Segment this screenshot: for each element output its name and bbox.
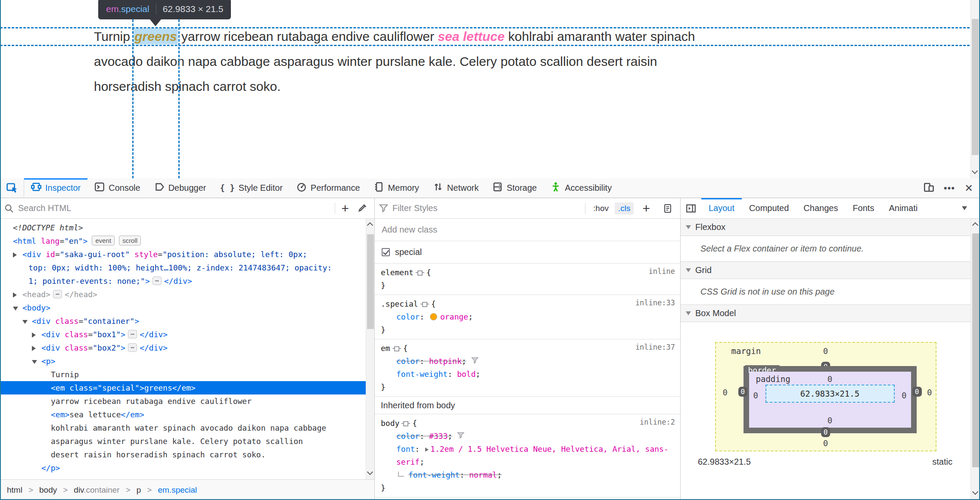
selector-highlighter-icon[interactable]: [403, 421, 408, 426]
markup-node[interactable]: 1; pointer-events: none;">⋯</div>: [0, 274, 374, 288]
property-name[interactable]: color: [396, 312, 420, 321]
property-value[interactable]: #333: [429, 432, 448, 441]
rule-selector[interactable]: element: [381, 268, 414, 277]
eyedropper-button[interactable]: [353, 203, 374, 213]
rule-source-link[interactable]: inline:37: [635, 343, 675, 351]
css-declaration[interactable]: font-weight: normal;: [381, 469, 674, 481]
margin-top-value[interactable]: 0: [716, 346, 936, 356]
markup-node[interactable]: <!DOCTYPE html>: [0, 221, 374, 234]
node-badge[interactable]: scroll: [119, 236, 141, 245]
markup-node[interactable]: asparagus winter purslane kale. Celery p…: [0, 435, 374, 448]
tab-memory[interactable]: Memory: [367, 178, 426, 198]
create-node-button[interactable]: +: [337, 202, 353, 215]
breadcrumb-item[interactable]: html: [7, 485, 22, 495]
border-right-value[interactable]: 0: [912, 387, 922, 397]
tab-storage[interactable]: Storage: [485, 178, 544, 198]
margin-left-value[interactable]: 0: [723, 388, 728, 397]
sidebar-tab-animati[interactable]: Animati: [881, 198, 925, 218]
markup-node[interactable]: <div class="box1">⋯</div>: [0, 328, 374, 341]
page-scrollbar-thumb[interactable]: [972, 19, 979, 155]
css-declaration[interactable]: font: 1.2em / 1.5 Helvetica Neue, Helvet…: [381, 443, 674, 469]
selector-highlighter-icon[interactable]: [422, 302, 427, 307]
padding-left-value[interactable]: 0: [753, 391, 758, 400]
sidebar-tab-fonts[interactable]: Fonts: [845, 198, 881, 218]
markup-node[interactable]: <p>: [0, 354, 374, 368]
print-simulation-button[interactable]: [659, 204, 677, 213]
inline-ellipsis-button[interactable]: ⋯: [128, 343, 137, 352]
add-rule-button[interactable]: +: [638, 202, 654, 215]
sidebar-tab-layout[interactable]: Layout: [701, 198, 742, 218]
sidebar-tab-changes[interactable]: Changes: [796, 198, 845, 218]
devtools-menu-button[interactable]: •••: [944, 183, 955, 194]
scroll-up-icon[interactable]: [367, 222, 373, 228]
margin-right-value[interactable]: 0: [927, 388, 932, 397]
devtools-close-button[interactable]: ✕: [964, 182, 973, 194]
tab-network[interactable]: Network: [426, 178, 485, 198]
tab-debugger[interactable]: Debugger: [147, 178, 213, 198]
property-name[interactable]: color: [396, 357, 420, 366]
expand-arrow-icon[interactable]: [32, 346, 36, 351]
search-html-input[interactable]: [18, 203, 333, 213]
markup-node[interactable]: Turnip: [0, 368, 374, 381]
scroll-down-icon[interactable]: [367, 469, 373, 475]
markup-node[interactable]: <div class="box2">⋯</div>: [0, 341, 374, 354]
breadcrumb-item[interactable]: em.special: [158, 485, 197, 495]
markup-node[interactable]: top: 0px; width: 100%; height…100%; z-in…: [0, 261, 374, 274]
boxmodel-margin-box[interactable]: margin 0 0 border padding 0 62.9833×21.5…: [715, 342, 936, 451]
markup-scrollbar[interactable]: [366, 219, 374, 479]
inline-ellipsis-button[interactable]: ⋯: [128, 330, 137, 339]
property-value[interactable]: 1.2em / 1.5 Helvetica Neue, Helvetica, A…: [396, 444, 669, 466]
border-left-value[interactable]: 0: [738, 387, 748, 397]
tab-inspector[interactable]: Inspector: [24, 178, 87, 198]
property-value[interactable]: hotpink: [429, 357, 462, 366]
responsive-design-mode-button[interactable]: [923, 182, 934, 195]
markup-scrollbar-thumb[interactable]: [367, 234, 374, 329]
collapse-arrow-icon[interactable]: [13, 307, 18, 311]
rule-selector[interactable]: .special: [381, 299, 418, 308]
expand-value-icon[interactable]: [425, 447, 429, 452]
breadcrumb-item[interactable]: p: [137, 485, 141, 495]
css-declaration[interactable]: color: hotpink;: [381, 355, 674, 368]
padding-right-value[interactable]: 0: [902, 391, 906, 400]
rule-source-link[interactable]: inline:2: [640, 418, 675, 426]
markup-node[interactable]: <html lang="en">eventscroll: [0, 234, 374, 248]
selector-highlighter-icon[interactable]: [394, 346, 399, 351]
padding-top-value[interactable]: 0: [749, 374, 911, 384]
expand-arrow-icon[interactable]: [13, 252, 17, 258]
scroll-up-icon[interactable]: [972, 222, 978, 228]
selector-highlighter-icon[interactable]: [417, 270, 423, 276]
tab-console[interactable]: Console: [87, 178, 147, 198]
tab-performance[interactable]: Performance: [289, 178, 367, 198]
layout-scrollbar[interactable]: [971, 219, 980, 500]
inline-ellipsis-button[interactable]: ⋯: [53, 290, 62, 298]
markup-node[interactable]: <div id="saka-gui-root" style="position:…: [0, 248, 374, 261]
tab-styleeditor[interactable]: { }Style Editor: [213, 178, 290, 198]
filter-styles-input[interactable]: [392, 203, 583, 213]
boxmodel-padding-box[interactable]: padding 0 62.9833×21.5 0 0 0: [749, 372, 911, 428]
css-declaration[interactable]: color: #333;: [381, 430, 674, 443]
property-name[interactable]: color: [396, 432, 420, 441]
markup-node[interactable]: <em>sea lettuce</em>: [0, 408, 374, 421]
property-value[interactable]: orange: [440, 312, 468, 321]
add-new-class-input[interactable]: [382, 225, 673, 235]
markup-node[interactable]: </p>: [0, 461, 374, 475]
sidebar-tab-computed[interactable]: Computed: [742, 198, 796, 218]
markup-node-selected[interactable]: <em class="special">greens</em>: [0, 381, 374, 394]
expand-arrow-icon[interactable]: [13, 292, 17, 298]
all-tabs-menu-button[interactable]: [962, 198, 980, 218]
boxmodel-section-header[interactable]: Box Model: [681, 305, 980, 322]
markup-node[interactable]: kohlrabi amaranth water spinach avocado …: [0, 421, 374, 435]
property-value[interactable]: normal: [469, 470, 497, 479]
class-checkbox[interactable]: [382, 248, 390, 256]
layout-scrollbar-thumb[interactable]: [972, 233, 979, 467]
breadcrumb-item[interactable]: div.container: [74, 485, 119, 495]
markup-node[interactable]: <div class="container">: [0, 314, 374, 328]
page-scrollbar[interactable]: [971, 0, 979, 178]
rule-selector[interactable]: body: [381, 419, 399, 428]
css-declaration[interactable]: color: orange;: [381, 311, 674, 323]
rule-source-link[interactable]: inline: [649, 267, 675, 276]
class-panel-button[interactable]: .cls: [615, 202, 634, 214]
rule-selector[interactable]: em: [381, 344, 390, 353]
markup-node[interactable]: yarrow ricebean rutabaga endive cauliflo…: [0, 394, 374, 408]
margin-bottom-value[interactable]: 0: [716, 438, 936, 448]
